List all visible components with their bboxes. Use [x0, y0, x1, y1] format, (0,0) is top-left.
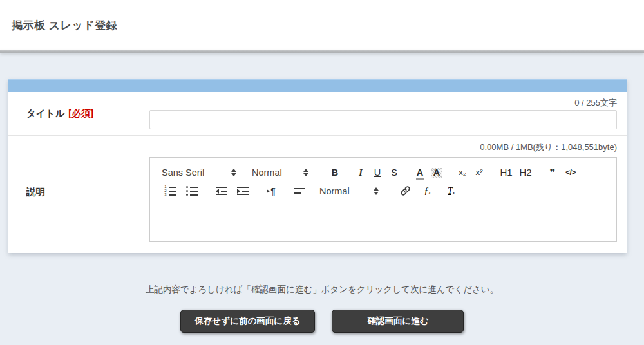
- description-editor-content[interactable]: [150, 205, 616, 241]
- italic-icon: I: [359, 167, 363, 178]
- superscript-button[interactable]: x²: [471, 165, 488, 180]
- back-button[interactable]: 保存せずに前の画面に戻る: [180, 310, 316, 333]
- code-block-button[interactable]: </>: [561, 165, 580, 180]
- text-color-icon: A: [416, 168, 424, 180]
- outdent-icon: [216, 187, 227, 195]
- header1-button[interactable]: H1: [497, 165, 516, 180]
- toolbar-row-1: Sans Serif Normal B I U S A: [162, 163, 609, 181]
- description-label-cell: 説明: [26, 142, 149, 242]
- subscript-button[interactable]: x₂: [454, 165, 471, 180]
- underline-button[interactable]: U: [369, 165, 386, 180]
- description-row: 説明 0.00MB / 1MB(残り：1,048,551byte) Sans S…: [8, 136, 627, 253]
- bold-button[interactable]: B: [327, 165, 343, 180]
- align-icon: [294, 188, 305, 194]
- thread-form-card: タイトル [必須] 0 / 255文字 説明 0.00MB / 1MB(残り：1…: [8, 79, 627, 253]
- description-size-counter: 0.00MB / 1MB(残り：1,048,551byte): [149, 142, 617, 153]
- description-label: 説明: [26, 186, 45, 198]
- text-direction-button[interactable]: ¶: [263, 184, 279, 198]
- title-input[interactable]: [149, 110, 617, 129]
- header2-button[interactable]: H2: [516, 165, 535, 180]
- formula-icon: ƒₓ: [424, 186, 431, 196]
- action-button-row: 保存せずに前の画面に戻る 確認画面に進む: [0, 310, 644, 333]
- updown-arrows-icon: [374, 187, 379, 195]
- outdent-button[interactable]: [213, 184, 230, 198]
- page-title: 掲示板 スレッド登録: [12, 18, 117, 33]
- rich-text-editor: Sans Serif Normal B I U S A: [149, 157, 617, 242]
- text-direction-icon: ¶: [267, 186, 276, 196]
- indent-button[interactable]: [234, 184, 251, 198]
- updown-arrows-icon: [231, 169, 236, 176]
- ordered-list-button[interactable]: 1 2 3: [162, 184, 178, 198]
- font-picker[interactable]: Sans Serif: [162, 167, 236, 178]
- blockquote-button[interactable]: ❞: [544, 165, 561, 180]
- italic-button[interactable]: I: [352, 165, 369, 180]
- align-button[interactable]: [291, 184, 308, 198]
- main-content: タイトル [必須] 0 / 255文字 説明 0.00MB / 1MB(残り：1…: [0, 53, 644, 333]
- title-row: タイトル [必須] 0 / 255文字: [8, 92, 627, 135]
- proceed-button[interactable]: 確認画面に進む: [332, 310, 464, 333]
- title-field-cell: 0 / 255文字: [149, 92, 617, 135]
- link-button[interactable]: [397, 184, 413, 198]
- bullet-list-icon: [186, 186, 198, 196]
- strikethrough-button[interactable]: S: [386, 165, 402, 180]
- clean-formatting-button[interactable]: Tₓ: [443, 184, 460, 198]
- title-label: タイトル: [26, 107, 64, 120]
- strikethrough-icon: S: [391, 167, 397, 178]
- formula-button[interactable]: ƒₓ: [419, 184, 436, 198]
- title-char-counter: 0 / 255文字: [149, 98, 617, 108]
- bullet-list-button[interactable]: [184, 184, 200, 198]
- underline-icon: U: [374, 167, 381, 178]
- description-field-cell: 0.00MB / 1MB(残り：1,048,551byte) Sans Seri…: [149, 142, 617, 242]
- size-picker[interactable]: Normal: [319, 186, 379, 196]
- ordered-list-icon: 1 2 3: [164, 186, 176, 196]
- instruction-text: 上記内容でよろしければ「確認画面に進む」ボタンをクリックして次に進んでください。: [0, 253, 644, 295]
- toolbar-row-2: 1 2 3: [162, 182, 609, 200]
- size-picker-value: Normal: [319, 186, 350, 196]
- title-label-cell: タイトル [必須]: [26, 92, 149, 135]
- editor-toolbar: Sans Serif Normal B I U S A: [150, 158, 616, 205]
- background-color-button[interactable]: A: [428, 165, 445, 180]
- background-color-icon: A: [431, 168, 442, 178]
- page-header: 掲示板 スレッド登録: [0, 0, 644, 50]
- text-color-button[interactable]: A: [412, 165, 428, 180]
- card-header-bar: [8, 79, 627, 92]
- required-badge: [必須]: [68, 107, 93, 120]
- updown-arrows-icon: [303, 169, 308, 176]
- format-picker[interactable]: Normal: [252, 167, 308, 178]
- format-picker-value: Normal: [252, 167, 282, 178]
- indent-icon: [237, 187, 249, 195]
- link-icon: [400, 185, 411, 196]
- font-picker-value: Sans Serif: [162, 167, 205, 178]
- clean-formatting-icon: Tₓ: [448, 186, 455, 196]
